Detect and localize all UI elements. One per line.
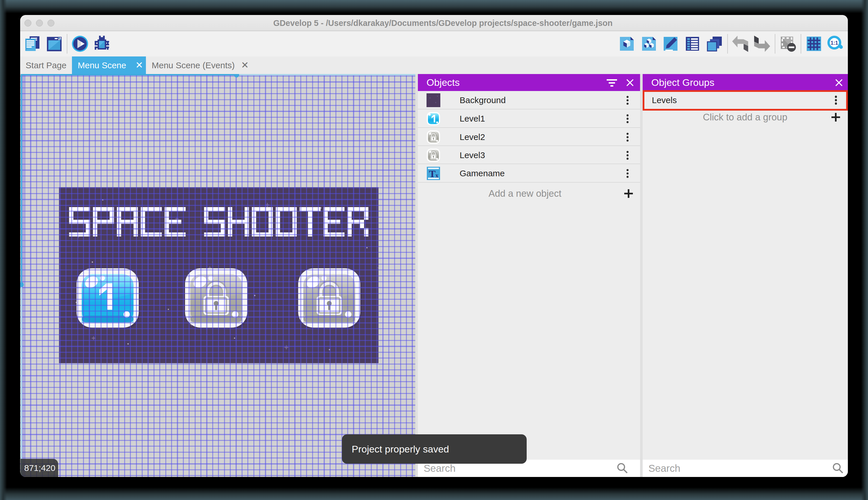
svg-text:x: x xyxy=(435,172,438,179)
svg-text:1:1: 1:1 xyxy=(831,40,838,46)
svg-text:T: T xyxy=(429,169,436,179)
